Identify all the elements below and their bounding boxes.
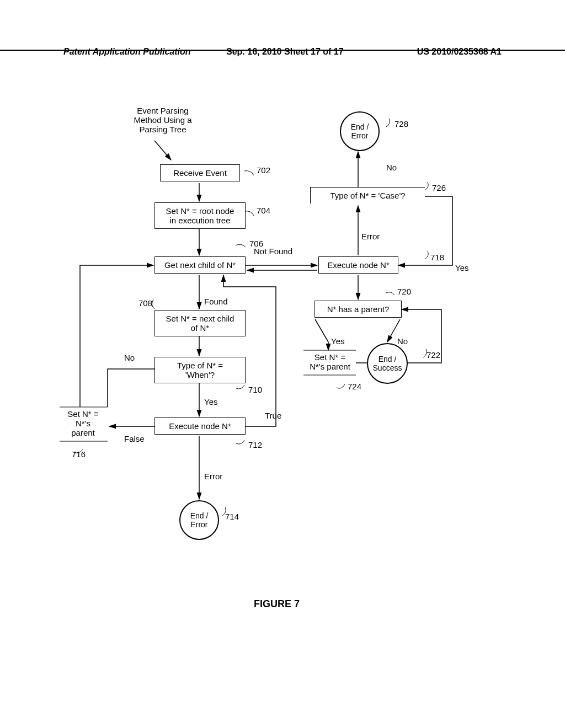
header-left: Patent Application Publication xyxy=(63,47,191,57)
connectors xyxy=(0,99,565,651)
c722-l2: Success xyxy=(373,363,402,372)
edge-no-710: No xyxy=(124,353,135,362)
c728-l1: End / xyxy=(351,122,369,131)
flowchart-diagram: Event Parsing Method Using a Parsing Tre… xyxy=(0,99,565,651)
c714-l2: Error xyxy=(190,520,209,529)
box-716: Set N* = N*'s parent xyxy=(60,409,106,437)
title-line1: Event Parsing xyxy=(124,106,201,115)
circle-722: End / Success xyxy=(367,343,408,384)
figure-label: FIGURE 7 xyxy=(254,598,300,610)
box-708-l2: of N* xyxy=(161,323,239,333)
box-720-text: N* has a parent? xyxy=(327,304,390,314)
svg-line-0 xyxy=(154,141,171,160)
edge-found: Found xyxy=(204,297,228,306)
circle-714: End / Error xyxy=(179,500,219,540)
box-706-text: Get next child of N* xyxy=(164,260,236,270)
box-710-l2: 'When'? xyxy=(161,370,239,379)
edge-no-720: No xyxy=(397,336,408,346)
ref-710: 710 xyxy=(248,385,262,394)
edge-error-714: Error xyxy=(204,472,222,481)
box-704-l2: in execution tree xyxy=(161,216,239,225)
ref-704: 704 xyxy=(257,206,270,215)
c714-l1: End / xyxy=(190,511,209,520)
box-710-l1: Type of N* = xyxy=(161,361,239,370)
edge-false: False xyxy=(124,434,145,443)
edge-no-726: No xyxy=(386,163,397,172)
box-708: Set N* = next child of N* xyxy=(154,310,246,336)
box-704: Set N* = root node in execution tree xyxy=(154,202,246,229)
diagram-title: Event Parsing Method Using a Parsing Tre… xyxy=(124,106,201,134)
edge-yes-726: Yes xyxy=(455,263,468,272)
ref-728: 728 xyxy=(395,119,408,129)
ref-714: 714 xyxy=(225,512,239,521)
ref-716: 716 xyxy=(72,449,86,459)
box-712-text: Execute node N* xyxy=(169,421,231,431)
box-708-l1: Set N* = next child xyxy=(161,314,239,323)
header-center: Sep. 16, 2010 Sheet 17 of 17 xyxy=(226,47,344,57)
ref-706: 706 xyxy=(249,239,263,248)
box-702-text: Receive Event xyxy=(173,168,227,178)
circle-728: End / Error xyxy=(340,111,380,151)
c728-l2: Error xyxy=(351,131,369,140)
ref-724: 724 xyxy=(348,382,361,391)
box-706: Get next child of N* xyxy=(154,256,246,274)
edge-yes-720: Yes xyxy=(331,336,344,346)
b724-l2: N*'s parent xyxy=(305,362,355,371)
b716-l1: Set N* = xyxy=(60,409,106,419)
box-704-l1: Set N* = root node xyxy=(161,206,239,216)
ref-708: 708 xyxy=(138,298,152,308)
box-702: Receive Event xyxy=(160,164,240,181)
header-right: US 2010/0235368 A1 xyxy=(417,47,502,57)
c722-l1: End / xyxy=(373,355,402,363)
ref-726: 726 xyxy=(432,183,446,192)
title-line3: Parsing Tree xyxy=(124,125,201,134)
ref-720: 720 xyxy=(397,287,411,296)
ref-718: 718 xyxy=(430,253,444,262)
edge-true: True xyxy=(265,411,281,420)
b716-l3: parent xyxy=(60,428,106,437)
b724-l1: Set N* = xyxy=(305,352,355,362)
b716-l2: N*'s xyxy=(60,419,106,428)
ref-722: 722 xyxy=(427,350,440,360)
edge-error-718: Error xyxy=(361,232,380,241)
box-726: Type of N* = 'Case'? xyxy=(310,187,425,204)
box-720: N* has a parent? xyxy=(315,301,402,318)
box-724: Set N* = N*'s parent xyxy=(305,352,355,371)
ref-702: 702 xyxy=(257,165,270,175)
box-718-text: Execute node N* xyxy=(327,260,390,270)
box-710: Type of N* = 'When'? xyxy=(154,357,246,383)
box-718: Execute node N* xyxy=(318,256,398,274)
ref-712: 712 xyxy=(248,440,262,449)
box-712: Execute node N* xyxy=(154,417,246,435)
edge-yes-710: Yes xyxy=(204,397,217,406)
page-header: Patent Application Publication Sep. 16, … xyxy=(0,47,565,51)
title-line2: Method Using a xyxy=(124,115,201,125)
box-726-text: Type of N* = 'Case'? xyxy=(330,191,405,200)
